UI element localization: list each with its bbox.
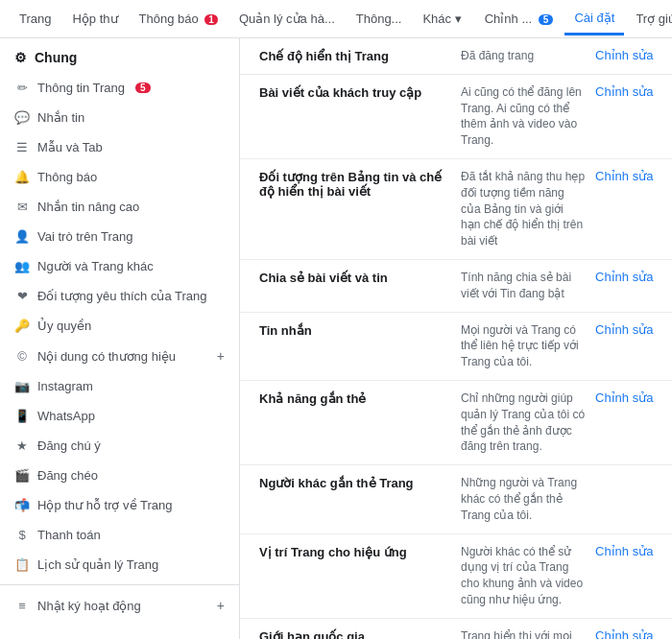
settings-row-name: Giới hạn quốc gia xyxy=(259,628,451,639)
settings-row: Vị trí Trang cho hiệu ứngNgười khác có t… xyxy=(240,534,672,619)
sidebar-item-hop-thu-ho-tro[interactable]: 📬 Hộp thư hỗ trợ về Trang xyxy=(0,490,239,520)
copyright-icon: © xyxy=(14,349,30,364)
video-icon: 🎬 xyxy=(14,468,30,483)
settings-row: Chia sẻ bài viết và tinTính năng chia sẻ… xyxy=(240,260,672,313)
settings-row-action[interactable]: Chỉnh sửa xyxy=(595,322,653,337)
settings-row-name: Chia sẻ bài viết và tin xyxy=(259,270,451,285)
nav-tro-giup[interactable]: Trợ giúp xyxy=(626,4,672,34)
settings-row: Đối tượng trên Bảng tin và chế độ hiển t… xyxy=(240,159,672,260)
pencil-icon: ✏ xyxy=(14,81,30,95)
settings-row-action[interactable]: Chỉnh sửa xyxy=(595,628,653,639)
edit-link[interactable]: Chỉnh sửa xyxy=(595,84,653,99)
sidebar-item-nguoi-va-trang[interactable]: 👥 Người và Trang khác xyxy=(0,251,239,281)
sidebar-item-dang-chu-y[interactable]: ★ Đăng chú ý xyxy=(0,431,239,461)
person-icon: 👤 xyxy=(14,229,30,244)
sidebar-item-nhan-tin-nang-cao[interactable]: ✉ Nhắn tin nâng cao xyxy=(0,192,239,222)
sidebar: ⚙ Chung ✏ Thông tin Trang 5 💬 Nhắn tin ☰… xyxy=(0,38,240,639)
settings-row-action[interactable]: Chỉnh sửa xyxy=(595,544,653,558)
settings-row-name: Bài viết của khách truy cập xyxy=(259,84,451,100)
edit-link[interactable]: Chỉnh sửa xyxy=(595,390,653,405)
sidebar-item-lich-su[interactable]: 📋 Lịch sử quản lý Trang xyxy=(0,550,239,580)
settings-row: Người khác gắn thẻ TrangNhững người và T… xyxy=(240,465,672,533)
sidebar-item-mau-va-tab[interactable]: ☰ Mẫu và Tab xyxy=(0,132,239,162)
mail-icon: ✉ xyxy=(14,200,30,214)
add-icon: + xyxy=(217,348,225,364)
sidebar-divider xyxy=(0,584,239,585)
settings-row-desc: Người khác có thể sử dụng vị trí của Tra… xyxy=(461,544,586,608)
sidebar-item-vai-tro[interactable]: 👤 Vai trò trên Trang xyxy=(0,222,239,251)
instagram-icon: 📷 xyxy=(14,379,30,393)
chinh-badge: 5 xyxy=(539,14,554,25)
settings-row-desc: Chỉ những người giúp quản lý Trang của t… xyxy=(461,390,586,455)
sidebar-item-thong-tin-trang[interactable]: ✏ Thông tin Trang 5 xyxy=(0,73,239,103)
sidebar-section-title: ⚙ Chung xyxy=(0,38,239,73)
edit-link[interactable]: Chỉnh sửa xyxy=(595,270,653,284)
nav-khac[interactable]: Khác ▾ xyxy=(413,4,470,34)
thong-tin-badge: 5 xyxy=(135,83,151,93)
settings-row-name: Người khác gắn thẻ Trang xyxy=(259,475,451,490)
grid-icon: ☰ xyxy=(14,140,30,154)
sidebar-item-nhat-ky[interactable]: ≡ Nhật ký hoạt động + xyxy=(0,590,239,621)
message-icon: 💬 xyxy=(14,110,30,125)
thong-bao-badge: 1 xyxy=(204,14,218,25)
nav-thong[interactable]: Thông... xyxy=(347,4,412,34)
settings-row-desc: Tính năng chia sẻ bài viết với Tin đang … xyxy=(461,270,586,302)
top-navigation: Trang Hộp thư Thông báo 1 Quản lý cửa hà… xyxy=(0,0,672,38)
sidebar-item-doi-tuong[interactable]: ❤ Đối tượng yêu thích của Trang xyxy=(0,281,239,311)
settings-row-desc: Đã tắt khả năng thu hẹp đối tượng tiềm n… xyxy=(461,169,586,249)
gear-icon: ⚙ xyxy=(14,50,27,65)
settings-rows-container: Chế độ hiển thị TrangĐã đăng trangChỉnh … xyxy=(240,38,672,639)
star-icon: ★ xyxy=(14,438,30,453)
edit-link[interactable]: Chỉnh sửa xyxy=(595,48,653,62)
sidebar-item-dang-cheo[interactable]: 🎬 Đăng chéo xyxy=(0,461,239,490)
list-icon: ≡ xyxy=(14,599,30,613)
settings-row-action[interactable]: Chỉnh sửa xyxy=(595,84,653,99)
settings-row-desc: Những người và Trang khác có thể gắn thẻ… xyxy=(461,475,586,523)
settings-row: Giới hạn quốc giaTrang hiển thị với mọi … xyxy=(240,619,672,639)
edit-link[interactable]: Chỉnh sửa xyxy=(595,169,653,183)
settings-row-action[interactable]: Chỉnh sửa xyxy=(595,270,653,284)
settings-row-name: Đối tượng trên Bảng tin và chế độ hiển t… xyxy=(259,169,451,199)
settings-row-name: Chế độ hiển thị Trang xyxy=(259,48,451,63)
nav-quan-ly[interactable]: Quản lý cửa hà... xyxy=(229,4,345,34)
settings-row-desc: Trang hiển thị với mọi người. xyxy=(461,628,586,639)
heart-icon: ❤ xyxy=(14,289,30,303)
edit-link[interactable]: Chỉnh sửa xyxy=(595,544,653,558)
nav-chinh[interactable]: Chỉnh ... 5 xyxy=(475,4,564,34)
nav-thong-bao[interactable]: Thông báo 1 xyxy=(130,4,228,34)
settings-row-action[interactable]: Chỉnh sửa xyxy=(595,169,653,183)
settings-row-name: Vị trí Trang cho hiệu ứng xyxy=(259,544,451,559)
settings-row: Bài viết của khách truy cậpAi cũng có th… xyxy=(240,75,672,159)
sidebar-item-instagram[interactable]: 📷 Instagram xyxy=(0,371,239,401)
settings-row-action[interactable]: Chỉnh sửa xyxy=(595,48,653,62)
sidebar-item-thong-bao[interactable]: 🔔 Thông báo xyxy=(0,162,239,192)
sidebar-item-thanh-toan[interactable]: $ Thanh toán xyxy=(0,520,239,550)
settings-row-name: Tin nhắn xyxy=(259,322,451,338)
nav-cai-dat[interactable]: Cài đặt xyxy=(564,3,624,36)
people-icon: 👥 xyxy=(14,259,30,273)
content-area: Chế độ hiển thị TrangĐã đăng trangChỉnh … xyxy=(240,38,672,639)
add-icon-nhat-ky: + xyxy=(217,598,225,613)
sidebar-item-nhan-tin[interactable]: 💬 Nhắn tin xyxy=(0,103,239,132)
settings-row-desc: Ai cũng có thể đăng lên Trang. Ai cũng c… xyxy=(461,84,586,149)
settings-row: Khả năng gắn thẻChỉ những người giúp quả… xyxy=(240,381,672,465)
settings-row-action[interactable]: Chỉnh sửa xyxy=(595,390,653,405)
main-layout: ⚙ Chung ✏ Thông tin Trang 5 💬 Nhắn tin ☰… xyxy=(0,38,672,639)
whatsapp-icon: 📱 xyxy=(14,409,30,423)
mailbox-icon: 📬 xyxy=(14,498,30,512)
sidebar-item-noi-dung[interactable]: © Nội dung có thương hiệu + xyxy=(0,341,239,371)
settings-row-desc: Đã đăng trang xyxy=(461,48,586,64)
edit-link[interactable]: Chỉnh sửa xyxy=(595,628,653,639)
settings-row: Tin nhắnMọi người và Trang có thể liên h… xyxy=(240,313,672,381)
dollar-icon: $ xyxy=(14,528,30,542)
settings-row-desc: Mọi người và Trang có thể liên hệ trực t… xyxy=(461,322,586,370)
edit-link[interactable]: Chỉnh sửa xyxy=(595,322,653,337)
sidebar-item-uy-quyen[interactable]: 🔑 Ủy quyền xyxy=(0,311,239,341)
settings-row-name: Khả năng gắn thẻ xyxy=(259,390,451,406)
clipboard-icon: 📋 xyxy=(14,557,30,572)
sidebar-item-whatsapp[interactable]: 📱 WhatsApp xyxy=(0,401,239,431)
bell-icon: 🔔 xyxy=(14,170,30,184)
nav-hop-thu[interactable]: Hộp thư xyxy=(62,4,127,34)
nav-trang[interactable]: Trang xyxy=(10,4,60,34)
settings-row: Chế độ hiển thị TrangĐã đăng trangChỉnh … xyxy=(240,38,672,75)
